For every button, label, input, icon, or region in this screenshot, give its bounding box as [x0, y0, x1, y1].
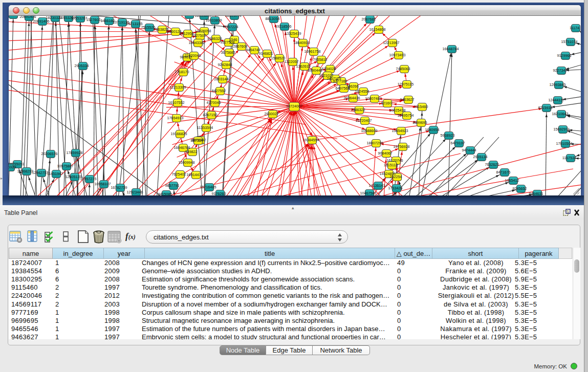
svg-text:14136141: 14136141: [369, 183, 385, 188]
svg-text:16713155: 16713155: [126, 21, 143, 26]
svg-text:19384554: 19384554: [303, 138, 319, 142]
svg-text:16543382: 16543382: [189, 40, 205, 45]
svg-text:7625402: 7625402: [172, 172, 186, 177]
svg-text:18640910: 18640910: [294, 40, 310, 45]
svg-text:16648784: 16648784: [443, 47, 459, 51]
svg-text:8699695: 8699695: [413, 120, 427, 125]
svg-text:16154808: 16154808: [369, 27, 386, 32]
svg-text:10975887: 10975887: [57, 164, 74, 168]
svg-text:1588520: 1588520: [271, 56, 286, 60]
svg-text:7632621: 7632621: [485, 162, 499, 167]
svg-text:1615112: 1615112: [384, 163, 398, 167]
svg-text:12213309: 12213309: [170, 85, 186, 90]
svg-text:8813054: 8813054: [266, 16, 280, 21]
svg-text:16033809: 16033809: [206, 18, 222, 23]
svg-text:22420046: 22420046: [185, 53, 201, 58]
svg-text:18807299: 18807299: [367, 141, 383, 145]
svg-text:16210643: 16210643: [552, 112, 569, 116]
svg-text:14055724: 14055724: [9, 16, 20, 17]
svg-text:16107552: 16107552: [168, 100, 185, 105]
svg-text:9777169: 9777169: [333, 79, 347, 83]
svg-text:18313074: 18313074: [225, 16, 242, 18]
svg-text:8454749: 8454749: [246, 48, 260, 52]
svg-text:7485063: 7485063: [396, 67, 410, 71]
svg-text:2803144: 2803144: [214, 77, 229, 81]
svg-text:19166825: 19166825: [171, 132, 187, 136]
svg-text:9245652: 9245652: [513, 186, 527, 191]
svg-text:11353594: 11353594: [197, 125, 213, 130]
svg-text:6734028: 6734028: [322, 67, 336, 71]
svg-text:15720407: 15720407: [356, 118, 372, 123]
svg-text:12975115: 12975115: [398, 82, 413, 86]
svg-text:2930027: 2930027: [265, 112, 279, 116]
svg-text:17859928: 17859928: [67, 150, 83, 155]
svg-text:12093845: 12093845: [550, 82, 566, 87]
svg-text:62160: 62160: [381, 101, 391, 105]
svg-text:13654923: 13654923: [392, 128, 408, 133]
svg-text:7357224: 7357224: [224, 25, 238, 29]
svg-text:2718170: 2718170: [175, 70, 189, 74]
svg-text:10025438: 10025438: [389, 108, 406, 113]
svg-text:10807487: 10807487: [365, 96, 382, 101]
svg-text:6497568: 6497568: [336, 86, 350, 91]
svg-text:9857791: 9857791: [165, 183, 180, 188]
svg-text:9463627: 9463627: [400, 97, 415, 102]
svg-text:20206576: 20206576: [41, 151, 58, 156]
svg-text:10958107: 10958107: [95, 182, 111, 186]
svg-text:8267150: 8267150: [203, 113, 217, 117]
svg-text:10467583: 10467583: [360, 191, 377, 195]
svg-text:1065412: 1065412: [505, 178, 519, 183]
svg-text:2905334: 2905334: [75, 63, 89, 68]
svg-text:20364436: 20364436: [344, 96, 360, 100]
svg-text:10553267: 10553267: [71, 16, 88, 20]
svg-text:11568293: 11568293: [17, 169, 33, 173]
svg-text:252254: 252254: [390, 174, 402, 179]
svg-text:6479197: 6479197: [451, 141, 465, 145]
svg-text:15751074: 15751074: [561, 39, 578, 44]
svg-text:8427552: 8427552: [212, 89, 226, 93]
svg-text:12505135: 12505135: [66, 174, 82, 179]
svg-text:7515526: 7515526: [141, 25, 156, 30]
svg-text:9415085: 9415085: [158, 192, 172, 195]
svg-text:1167534: 1167534: [562, 156, 576, 160]
svg-text:15495754: 15495754: [398, 113, 414, 118]
svg-text:10688609: 10688609: [361, 128, 378, 133]
svg-text:9474444: 9474444: [462, 148, 476, 152]
svg-text:949822: 949822: [185, 149, 198, 154]
svg-text:9242848: 9242848: [218, 62, 232, 67]
svg-text:17010504: 17010504: [556, 141, 573, 146]
svg-text:9115460: 9115460: [414, 104, 428, 109]
svg-text:1624554: 1624554: [355, 89, 369, 94]
svg-text:2935134: 2935134: [473, 155, 488, 159]
svg-text:15909948: 15909948: [179, 160, 195, 165]
svg-text:7955812: 7955812: [313, 57, 328, 62]
svg-text:9227347: 9227347: [553, 68, 568, 73]
svg-text:8215938: 8215938: [538, 105, 553, 110]
svg-text:4170046: 4170046: [207, 100, 221, 105]
svg-text:19756928: 19756928: [394, 144, 410, 149]
svg-text:16961758: 16961758: [304, 49, 321, 54]
svg-text:2867608: 2867608: [233, 44, 248, 49]
svg-text:7663822: 7663822: [154, 27, 168, 32]
svg-text:12213967: 12213967: [383, 40, 400, 45]
svg-text:9146821: 9146821: [259, 51, 273, 56]
svg-text:8990448: 8990448: [308, 68, 322, 73]
svg-text:3675685: 3675685: [221, 50, 235, 55]
svg-text:1527602: 1527602: [86, 17, 101, 22]
svg-text:18724007: 18724007: [286, 104, 302, 108]
svg-text:16120746: 16120746: [387, 158, 403, 163]
svg-text:17957275: 17957275: [80, 177, 97, 181]
svg-text:11451947: 11451947: [47, 171, 63, 176]
svg-text:8471676: 8471676: [496, 170, 511, 174]
svg-text:16914479: 16914479: [187, 172, 203, 177]
svg-text:16782759: 16782759: [111, 185, 127, 190]
svg-text:9129966: 9129966: [557, 53, 572, 58]
svg-text:2087682: 2087682: [362, 17, 376, 21]
svg-text:887334: 887334: [191, 138, 203, 143]
svg-text:9464631: 9464631: [529, 191, 543, 195]
svg-text:15692971: 15692971: [554, 127, 570, 132]
svg-text:12942757: 12942757: [32, 170, 49, 175]
svg-text:15716485: 15716485: [200, 185, 216, 189]
svg-text:12444157: 12444157: [549, 98, 565, 102]
svg-text:17654913: 17654913: [167, 116, 184, 120]
